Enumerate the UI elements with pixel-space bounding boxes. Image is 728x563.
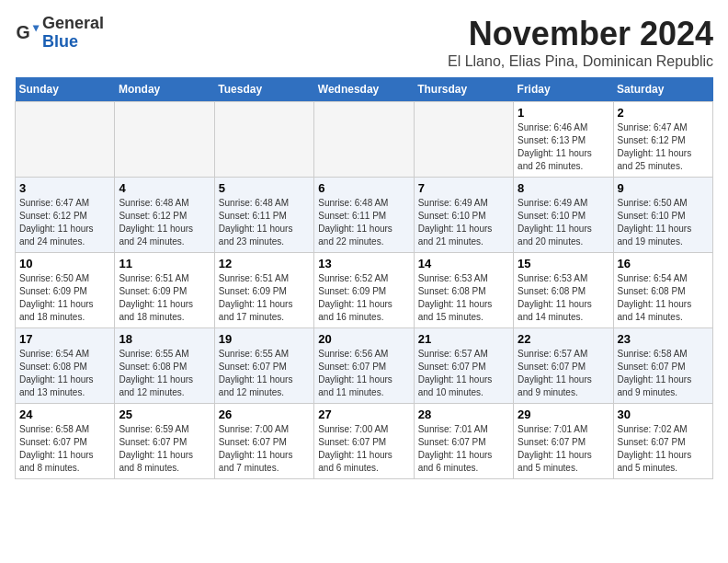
svg-text:G: G xyxy=(16,21,29,41)
calendar-day-cell: 18Sunrise: 6:55 AM Sunset: 6:08 PM Dayli… xyxy=(115,328,214,404)
day-info: Sunrise: 6:58 AM Sunset: 6:07 PM Dayligh… xyxy=(19,423,110,475)
day-number: 2 xyxy=(618,106,709,120)
svg-marker-1 xyxy=(33,25,40,31)
day-number: 16 xyxy=(618,257,709,270)
calendar-day-cell xyxy=(16,102,115,178)
calendar-day-cell: 4Sunrise: 6:48 AM Sunset: 6:12 PM Daylig… xyxy=(115,178,214,253)
header: G General Blue November 2024 El Llano, E… xyxy=(15,15,713,70)
day-number: 6 xyxy=(318,181,409,195)
day-info: Sunrise: 6:53 AM Sunset: 6:08 PM Dayligh… xyxy=(418,272,509,324)
day-info: Sunrise: 6:48 AM Sunset: 6:12 PM Dayligh… xyxy=(119,197,210,248)
day-number: 9 xyxy=(618,181,709,195)
day-info: Sunrise: 7:02 AM Sunset: 6:07 PM Dayligh… xyxy=(618,423,709,475)
day-number: 3 xyxy=(19,181,110,195)
day-info: Sunrise: 6:55 AM Sunset: 6:08 PM Dayligh… xyxy=(119,348,210,399)
day-info: Sunrise: 6:50 AM Sunset: 6:09 PM Dayligh… xyxy=(19,272,110,324)
day-number: 13 xyxy=(318,257,409,270)
calendar-day-cell: 2Sunrise: 6:47 AM Sunset: 6:12 PM Daylig… xyxy=(613,102,712,178)
day-info: Sunrise: 7:01 AM Sunset: 6:07 PM Dayligh… xyxy=(518,423,609,475)
day-info: Sunrise: 6:56 AM Sunset: 6:07 PM Dayligh… xyxy=(318,348,409,399)
day-info: Sunrise: 6:48 AM Sunset: 6:11 PM Dayligh… xyxy=(318,197,409,248)
day-info: Sunrise: 6:54 AM Sunset: 6:08 PM Dayligh… xyxy=(19,348,110,399)
day-number: 12 xyxy=(219,257,310,270)
calendar-week-row: 17Sunrise: 6:54 AM Sunset: 6:08 PM Dayli… xyxy=(16,328,713,404)
day-info: Sunrise: 6:47 AM Sunset: 6:12 PM Dayligh… xyxy=(618,121,709,173)
calendar-day-cell xyxy=(314,102,414,178)
day-info: Sunrise: 6:55 AM Sunset: 6:07 PM Dayligh… xyxy=(219,348,310,399)
day-info: Sunrise: 6:57 AM Sunset: 6:07 PM Dayligh… xyxy=(418,348,509,399)
day-info: Sunrise: 6:58 AM Sunset: 6:07 PM Dayligh… xyxy=(618,348,709,399)
day-number: 7 xyxy=(418,181,509,195)
calendar-day-cell: 22Sunrise: 6:57 AM Sunset: 6:07 PM Dayli… xyxy=(514,328,613,404)
logo: G General Blue xyxy=(15,15,104,52)
calendar-day-cell: 17Sunrise: 6:54 AM Sunset: 6:08 PM Dayli… xyxy=(16,328,115,404)
logo-blue: Blue xyxy=(42,32,78,51)
day-number: 23 xyxy=(618,332,709,346)
weekday-header-cell: Friday xyxy=(514,77,613,102)
day-number: 24 xyxy=(19,408,110,421)
day-info: Sunrise: 6:49 AM Sunset: 6:10 PM Dayligh… xyxy=(418,197,509,248)
calendar-day-cell: 8Sunrise: 6:49 AM Sunset: 6:10 PM Daylig… xyxy=(514,178,613,253)
calendar-day-cell: 24Sunrise: 6:58 AM Sunset: 6:07 PM Dayli… xyxy=(16,404,115,479)
calendar-day-cell: 11Sunrise: 6:51 AM Sunset: 6:09 PM Dayli… xyxy=(115,253,214,328)
day-number: 5 xyxy=(219,181,310,195)
calendar-day-cell: 27Sunrise: 7:00 AM Sunset: 6:07 PM Dayli… xyxy=(314,404,414,479)
day-info: Sunrise: 6:46 AM Sunset: 6:13 PM Dayligh… xyxy=(518,121,609,173)
calendar-day-cell: 14Sunrise: 6:53 AM Sunset: 6:08 PM Dayli… xyxy=(414,253,513,328)
calendar-day-cell: 13Sunrise: 6:52 AM Sunset: 6:09 PM Dayli… xyxy=(314,253,414,328)
weekday-header-cell: Sunday xyxy=(16,77,115,102)
calendar-day-cell: 26Sunrise: 7:00 AM Sunset: 6:07 PM Dayli… xyxy=(214,404,313,479)
calendar-day-cell xyxy=(115,102,214,178)
day-info: Sunrise: 6:47 AM Sunset: 6:12 PM Dayligh… xyxy=(19,197,110,248)
calendar-day-cell: 12Sunrise: 6:51 AM Sunset: 6:09 PM Dayli… xyxy=(214,253,313,328)
calendar-day-cell: 21Sunrise: 6:57 AM Sunset: 6:07 PM Dayli… xyxy=(414,328,513,404)
calendar-week-row: 3Sunrise: 6:47 AM Sunset: 6:12 PM Daylig… xyxy=(16,178,713,253)
day-info: Sunrise: 6:53 AM Sunset: 6:08 PM Dayligh… xyxy=(518,272,609,324)
calendar-week-row: 10Sunrise: 6:50 AM Sunset: 6:09 PM Dayli… xyxy=(16,253,713,328)
day-info: Sunrise: 6:54 AM Sunset: 6:08 PM Dayligh… xyxy=(618,272,709,324)
calendar-day-cell: 23Sunrise: 6:58 AM Sunset: 6:07 PM Dayli… xyxy=(613,328,712,404)
day-info: Sunrise: 6:59 AM Sunset: 6:07 PM Dayligh… xyxy=(119,423,210,475)
logo-general: General xyxy=(42,14,104,32)
calendar-day-cell: 16Sunrise: 6:54 AM Sunset: 6:08 PM Dayli… xyxy=(613,253,712,328)
calendar-table: SundayMondayTuesdayWednesdayThursdayFrid… xyxy=(15,77,713,479)
day-number: 30 xyxy=(618,408,709,421)
calendar-day-cell: 5Sunrise: 6:48 AM Sunset: 6:11 PM Daylig… xyxy=(214,178,313,253)
day-number: 22 xyxy=(518,332,609,346)
day-info: Sunrise: 7:00 AM Sunset: 6:07 PM Dayligh… xyxy=(318,423,409,475)
calendar-week-row: 24Sunrise: 6:58 AM Sunset: 6:07 PM Dayli… xyxy=(16,404,713,479)
calendar-day-cell: 7Sunrise: 6:49 AM Sunset: 6:10 PM Daylig… xyxy=(414,178,513,253)
day-info: Sunrise: 6:48 AM Sunset: 6:11 PM Dayligh… xyxy=(219,197,310,248)
day-number: 15 xyxy=(518,257,609,270)
day-number: 19 xyxy=(219,332,310,346)
calendar-day-cell: 20Sunrise: 6:56 AM Sunset: 6:07 PM Dayli… xyxy=(314,328,414,404)
day-number: 18 xyxy=(119,332,210,346)
day-info: Sunrise: 6:51 AM Sunset: 6:09 PM Dayligh… xyxy=(219,272,310,324)
day-info: Sunrise: 7:01 AM Sunset: 6:07 PM Dayligh… xyxy=(418,423,509,475)
day-info: Sunrise: 6:52 AM Sunset: 6:09 PM Dayligh… xyxy=(318,272,409,324)
day-number: 14 xyxy=(418,257,509,270)
calendar-day-cell: 6Sunrise: 6:48 AM Sunset: 6:11 PM Daylig… xyxy=(314,178,414,253)
calendar-day-cell: 25Sunrise: 6:59 AM Sunset: 6:07 PM Dayli… xyxy=(115,404,214,479)
day-number: 1 xyxy=(518,106,609,120)
calendar-day-cell: 19Sunrise: 6:55 AM Sunset: 6:07 PM Dayli… xyxy=(214,328,313,404)
weekday-header-cell: Saturday xyxy=(613,77,712,102)
day-info: Sunrise: 6:51 AM Sunset: 6:09 PM Dayligh… xyxy=(119,272,210,324)
weekday-header-cell: Tuesday xyxy=(214,77,313,102)
day-number: 21 xyxy=(418,332,509,346)
calendar-day-cell xyxy=(214,102,313,178)
day-info: Sunrise: 6:50 AM Sunset: 6:10 PM Dayligh… xyxy=(618,197,709,248)
day-number: 11 xyxy=(119,257,210,270)
month-title: November 2024 xyxy=(448,15,713,53)
day-number: 17 xyxy=(19,332,110,346)
day-info: Sunrise: 6:57 AM Sunset: 6:07 PM Dayligh… xyxy=(518,348,609,399)
day-number: 25 xyxy=(119,408,210,421)
calendar-body: 1Sunrise: 6:46 AM Sunset: 6:13 PM Daylig… xyxy=(16,102,713,479)
day-info: Sunrise: 7:00 AM Sunset: 6:07 PM Dayligh… xyxy=(219,423,310,475)
day-number: 8 xyxy=(518,181,609,195)
weekday-header-row: SundayMondayTuesdayWednesdayThursdayFrid… xyxy=(16,77,713,102)
calendar-day-cell: 15Sunrise: 6:53 AM Sunset: 6:08 PM Dayli… xyxy=(514,253,613,328)
weekday-header-cell: Thursday xyxy=(414,77,513,102)
day-number: 26 xyxy=(219,408,310,421)
weekday-header-cell: Monday xyxy=(115,77,214,102)
